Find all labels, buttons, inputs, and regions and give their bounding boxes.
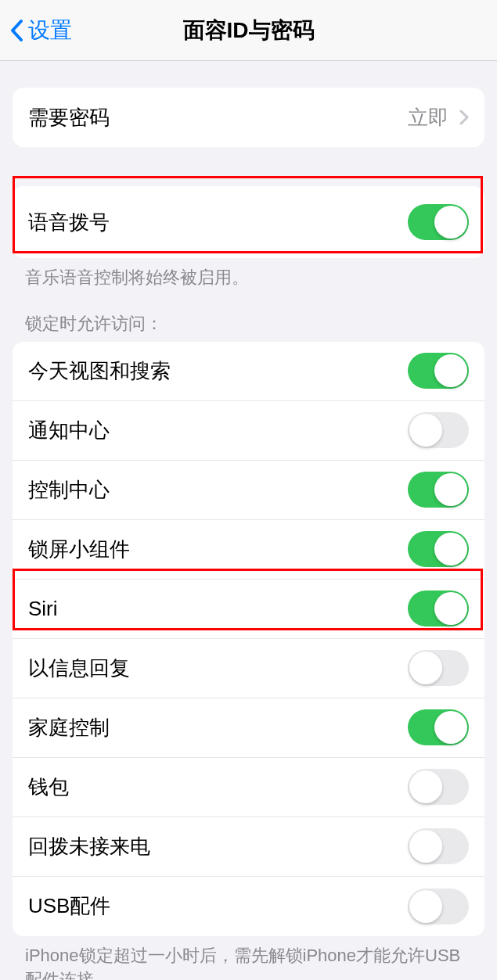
toggle-knob [409,770,442,803]
lock-access-label: 钱包 [28,774,69,801]
toggle-knob [434,592,467,625]
back-button[interactable]: 设置 [0,16,72,45]
toggle-knob [434,533,467,565]
voice-dial-footer: 音乐语音控制将始终被启用。 [0,258,497,290]
toggle-knob [409,830,442,863]
toggle-knob [434,711,467,744]
lock-access-row: 以信息回复 [13,639,484,698]
chevron-left-icon [9,19,23,42]
lock-access-label: Siri [28,597,58,621]
toggle-knob [434,206,467,239]
lock-access-toggle[interactable] [408,472,469,508]
voice-dial-group: 语音拨号 [13,186,484,258]
lock-access-footer: iPhone锁定超过一小时后，需先解锁iPhone才能允许USB配件连接。 [0,936,497,980]
toggle-knob [409,890,442,923]
back-label: 设置 [28,16,72,45]
lock-access-header: 锁定时允许访问： [0,290,497,342]
require-passcode-label: 需要密码 [28,104,110,131]
navbar: 设置 面容ID与密码 [0,0,497,61]
lock-access-row: 控制中心 [13,461,484,520]
lock-access-label: 控制中心 [28,476,110,504]
toggle-knob [409,414,442,447]
lock-access-row: 回拨未接来电 [13,817,484,877]
lock-access-label: 以信息回复 [28,655,130,682]
lock-access-row: 钱包 [13,758,484,817]
voice-dial-toggle[interactable] [408,204,469,240]
page-title: 面容ID与密码 [0,16,497,45]
lock-access-group: 今天视图和搜索通知中心控制中心锁屏小组件Siri以信息回复家庭控制钱包回拨未接来… [13,342,484,936]
toggle-knob [409,652,442,684]
lock-access-row: Siri [13,580,484,639]
lock-access-toggle[interactable] [408,591,469,626]
require-passcode-value: 立即 [408,104,469,131]
lock-access-row: 今天视图和搜索 [13,342,484,401]
lock-access-row: 家庭控制 [13,698,484,758]
voice-dial-label: 语音拨号 [28,209,110,236]
lock-access-label: 家庭控制 [28,714,110,741]
toggle-knob [434,354,467,387]
lock-access-toggle[interactable] [408,531,469,567]
lock-access-toggle[interactable] [408,828,469,864]
lock-access-toggle[interactable] [408,650,469,686]
toggle-knob [434,473,467,506]
lock-access-label: 回拨未接来电 [28,833,150,860]
lock-access-toggle[interactable] [408,412,469,448]
lock-access-label: 锁屏小组件 [28,536,130,563]
lock-access-toggle[interactable] [408,353,469,389]
lock-access-label: 今天视图和搜索 [28,357,171,385]
require-passcode-row[interactable]: 需要密码 立即 [13,88,484,147]
lock-access-row: 通知中心 [13,401,484,461]
lock-access-label: USB配件 [28,892,110,920]
lock-access-label: 通知中心 [28,417,110,444]
lock-access-toggle[interactable] [408,888,469,924]
chevron-right-icon [459,109,469,125]
voice-dial-row: 语音拨号 [13,186,484,258]
lock-access-toggle[interactable] [408,769,469,805]
lock-access-toggle[interactable] [408,709,469,745]
require-passcode-group: 需要密码 立即 [13,88,484,147]
lock-access-row: USB配件 [13,877,484,936]
lock-access-row: 锁屏小组件 [13,520,484,580]
